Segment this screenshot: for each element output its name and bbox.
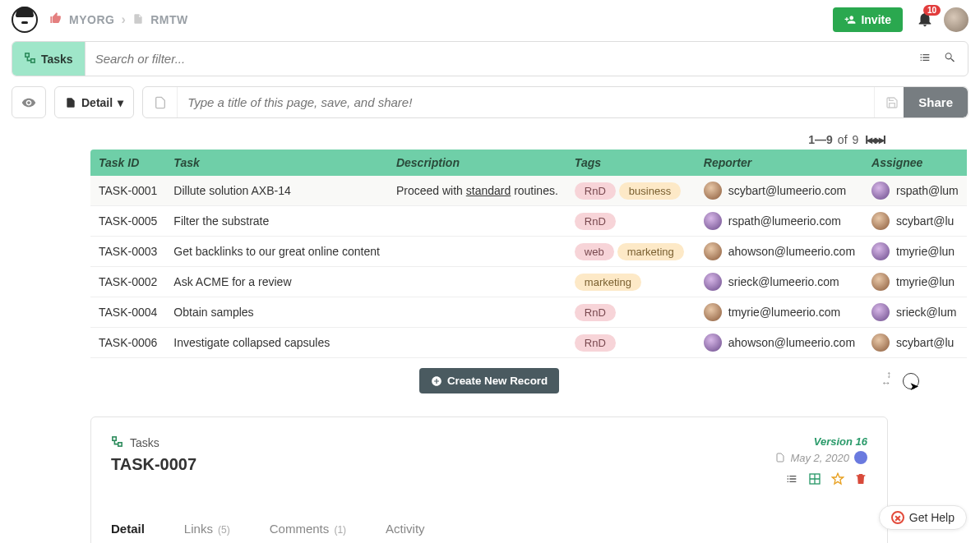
hierarchy-icon bbox=[111, 435, 123, 450]
view-mode-dropdown[interactable]: Detail ▾ bbox=[54, 86, 134, 118]
table-row[interactable]: TASK-0006Investigate collapsed capsulesR… bbox=[90, 328, 967, 358]
search-bar: Tasks bbox=[12, 41, 968, 76]
cell-description bbox=[388, 328, 566, 358]
invite-button[interactable]: Invite bbox=[833, 7, 903, 32]
cell-tags: RnDbusiness bbox=[566, 176, 696, 206]
col-tags[interactable]: Tags bbox=[566, 150, 696, 176]
tag-badge[interactable]: web bbox=[575, 243, 614, 260]
caret-down-icon: ▾ bbox=[118, 96, 123, 109]
detail-toolbar: Detail ▾ Share bbox=[12, 86, 968, 118]
page-icon bbox=[132, 13, 144, 27]
tab-detail[interactable]: Detail bbox=[111, 513, 145, 543]
tab-activity[interactable]: Activity bbox=[386, 513, 425, 543]
user-plus-icon bbox=[844, 14, 856, 25]
document-icon bbox=[775, 453, 785, 462]
cursor-indicator: ➤ bbox=[903, 373, 919, 389]
get-help-button[interactable]: Get Help bbox=[879, 505, 967, 530]
avatar bbox=[704, 303, 722, 321]
trash-icon[interactable] bbox=[854, 472, 867, 489]
create-record-button[interactable]: Create New Record bbox=[419, 368, 559, 393]
avatar bbox=[871, 303, 890, 321]
col-task[interactable]: Task bbox=[165, 150, 388, 176]
cell-assignee: scybart@lu bbox=[863, 328, 967, 358]
cell-task: Dillute solution AXB-14 bbox=[165, 176, 388, 206]
cell-reporter: ahowson@lumeerio.com bbox=[696, 237, 863, 267]
record-version[interactable]: Version 16 bbox=[775, 435, 867, 448]
search-input[interactable] bbox=[86, 42, 907, 76]
col-task-id[interactable]: Task ID bbox=[90, 150, 165, 176]
col-reporter[interactable]: Reporter bbox=[696, 150, 863, 176]
invite-label: Invite bbox=[861, 13, 891, 26]
cell-tags: webmarketing bbox=[566, 237, 696, 267]
cell-tags: RnD bbox=[566, 297, 696, 328]
table-row[interactable]: TASK-0004Obtain samplesRnDtmyrie@lumeeri… bbox=[90, 297, 967, 328]
document-icon bbox=[65, 97, 76, 108]
cell-description bbox=[388, 297, 566, 328]
table-row[interactable]: TASK-0003Get backlinks to our great onli… bbox=[90, 237, 967, 267]
svg-rect-2 bbox=[113, 437, 116, 440]
breadcrumb-org[interactable]: MYORG bbox=[69, 13, 114, 26]
cell-tags: RnD bbox=[566, 328, 696, 358]
chevron-right-icon: › bbox=[121, 12, 126, 27]
list-icon[interactable] bbox=[918, 51, 931, 67]
share-button[interactable]: Share bbox=[904, 87, 968, 117]
tag-badge[interactable]: marketing bbox=[617, 243, 684, 260]
tab-links[interactable]: Links (5) bbox=[184, 513, 230, 543]
pager: 1—9 of 9 I◂◂▸▸I bbox=[90, 133, 888, 146]
avatar bbox=[704, 242, 722, 260]
col-description[interactable]: Description bbox=[388, 150, 566, 176]
user-avatar[interactable] bbox=[944, 7, 968, 32]
cell-task-id: TASK-0006 bbox=[90, 328, 165, 358]
pager-of: of bbox=[838, 133, 848, 146]
pager-controls[interactable]: I◂◂▸▸I bbox=[863, 133, 885, 146]
notifications-button[interactable]: 10 bbox=[916, 10, 934, 30]
tag-badge[interactable]: RnD bbox=[575, 334, 616, 352]
table-row[interactable]: TASK-0001Dillute solution AXB-14Proceed … bbox=[90, 176, 967, 206]
tag-badge[interactable]: RnD bbox=[575, 182, 616, 200]
pager-total: 9 bbox=[853, 133, 859, 146]
table-row[interactable]: TASK-0005Filter the substrateRnDrspath@l… bbox=[90, 206, 967, 237]
tag-badge[interactable]: business bbox=[619, 182, 681, 200]
eye-icon bbox=[21, 95, 36, 110]
grid-view-icon[interactable] bbox=[808, 472, 821, 489]
cell-task: Get backlinks to our great online conten… bbox=[165, 237, 388, 267]
top-header: MYORG › RMTW Invite 10 bbox=[0, 0, 980, 41]
cell-reporter: tmyrie@lumeerio.com bbox=[696, 297, 863, 328]
page-title-input[interactable] bbox=[178, 87, 874, 117]
cell-description: Proceed with standard routines. bbox=[388, 176, 566, 206]
cell-tags: marketing bbox=[566, 267, 696, 297]
resize-handles[interactable]: ↕↔ bbox=[881, 370, 891, 387]
cell-reporter: ahowson@lumeerio.com bbox=[696, 328, 863, 358]
avatar bbox=[704, 273, 722, 291]
help-icon bbox=[891, 511, 904, 524]
create-record-label: Create New Record bbox=[447, 375, 548, 387]
pager-range: 1—9 bbox=[808, 133, 833, 146]
cell-reporter: rspath@lumeerio.com bbox=[696, 206, 863, 237]
tag-badge[interactable]: marketing bbox=[575, 274, 641, 291]
cell-task-id: TASK-0003 bbox=[90, 237, 165, 267]
cell-assignee: srieck@lum bbox=[863, 297, 967, 328]
cell-task-id: TASK-0005 bbox=[90, 206, 165, 237]
table-row[interactable]: TASK-0002Ask ACME for a reviewmarketings… bbox=[90, 267, 967, 297]
cell-tags: RnD bbox=[566, 206, 696, 237]
col-assignee[interactable]: Assignee bbox=[863, 150, 967, 176]
list-view-icon[interactable] bbox=[785, 472, 798, 489]
app-logo[interactable] bbox=[12, 7, 38, 33]
page-title-wrap: Share bbox=[142, 86, 968, 118]
visibility-toggle[interactable] bbox=[12, 86, 46, 118]
collection-chip-tasks[interactable]: Tasks bbox=[12, 42, 86, 76]
cell-task-id: TASK-0002 bbox=[90, 267, 165, 297]
avatar bbox=[871, 182, 890, 200]
author-avatar[interactable] bbox=[854, 451, 867, 464]
search-icon[interactable] bbox=[943, 51, 956, 67]
get-help-label: Get Help bbox=[909, 511, 955, 524]
cell-assignee: rspath@lum bbox=[863, 176, 967, 206]
tag-badge[interactable]: RnD bbox=[575, 304, 616, 321]
star-icon[interactable] bbox=[831, 472, 844, 489]
tasks-table: Task ID Task Description Tags Reporter A… bbox=[90, 150, 967, 358]
tab-comments[interactable]: Comments (1) bbox=[270, 513, 346, 543]
breadcrumb-page[interactable]: RMTW bbox=[150, 13, 188, 26]
cell-task: Filter the substrate bbox=[165, 206, 388, 237]
cell-description bbox=[388, 206, 566, 237]
tag-badge[interactable]: RnD bbox=[575, 213, 616, 230]
